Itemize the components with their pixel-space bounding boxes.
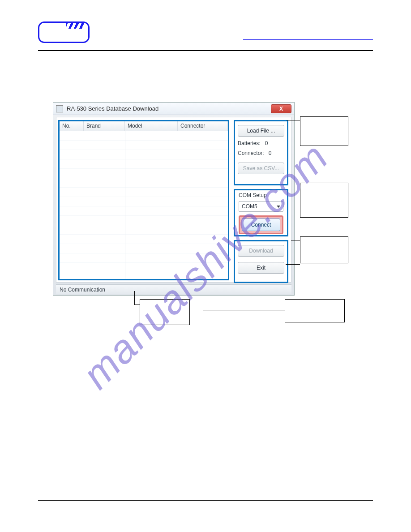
com-port-value: COM5 [242,203,257,210]
header-rule [38,50,373,51]
batteries-row: Batteries: 0 [238,140,284,146]
com-setup-label: COM Setup [235,190,287,200]
grid-body [60,131,228,279]
leader-line [287,199,300,199]
app-icon [56,105,63,112]
callout-download [300,236,348,263]
save-csv-button[interactable]: Save as CSV... [238,163,284,174]
connect-highlight: Connect [239,215,283,234]
window-title: RA-530 Series Database Download [67,105,158,112]
download-button[interactable]: Download [238,245,284,257]
connector-label: Connector: [238,150,264,156]
status-bar: No Communication [56,284,291,294]
batteries-value: 0 [265,140,268,146]
grid-vline [84,131,84,279]
header-right-rule [243,39,373,40]
page-header [38,21,373,43]
leader-line [287,120,300,120]
connector-row: Connector: 0 [238,150,284,156]
column-connector[interactable]: Connector [178,121,228,131]
callout-list [285,299,345,322]
exit-button[interactable]: Exit [238,262,284,274]
panel-com-setup: COM Setup COM5 Connect [234,189,288,236]
grid-vline [178,131,178,279]
logo-frame [38,21,90,43]
status-text: No Communication [60,287,105,293]
connect-button[interactable]: Connect [242,219,280,231]
data-grid: No. Brand Model Connector [58,120,229,280]
grid-header: No. Brand Model Connector [60,121,228,131]
callout-status [140,299,190,325]
chevron-down-icon [277,206,280,208]
panel-load: Load File ... Batteries: 0 Connector: 0 … [234,120,288,185]
close-icon: X [279,106,283,112]
com-port-select[interactable]: COM5 [239,201,283,212]
batteries-label: Batteries: [238,140,261,146]
panel-download: Download Exit [234,240,288,283]
app-window: RA-530 Series Database Download X No. Br… [53,102,295,296]
callout-load [300,116,348,146]
titlebar: RA-530 Series Database Download X [53,103,294,115]
column-brand[interactable]: Brand [84,121,125,131]
leader-line [134,291,135,305]
client-area: No. Brand Model Connector Load File ... … [56,117,291,283]
leader-line [203,310,285,310]
leader-line [203,260,203,310]
footer-rule [38,500,373,501]
leader-line [291,240,300,240]
column-model[interactable]: Model [125,121,178,131]
load-file-button[interactable]: Load File ... [238,125,284,137]
grid-vline [125,131,125,279]
callout-com-setup [300,183,348,218]
leader-line [286,264,300,265]
close-button[interactable]: X [271,104,291,113]
connector-value: 0 [269,150,272,156]
column-no[interactable]: No. [60,121,84,131]
